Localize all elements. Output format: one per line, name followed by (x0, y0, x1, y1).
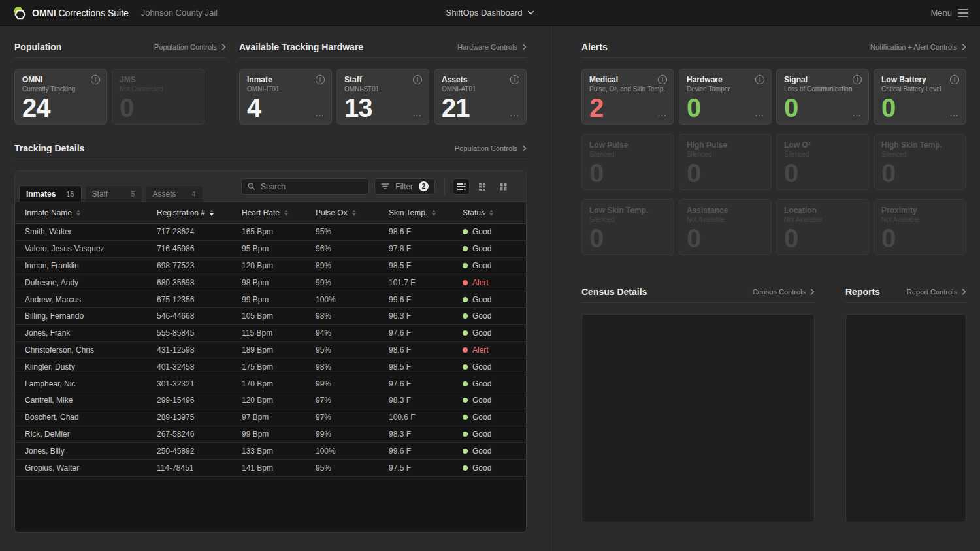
info-icon[interactable] (91, 75, 100, 84)
alert-card[interactable]: Assistance Not Available 0 (679, 199, 772, 255)
cell-heart-rate: 170 Bpm (242, 379, 316, 388)
column-header[interactable]: Skin Temp. (389, 208, 463, 217)
grid-medium-view-button[interactable] (474, 178, 491, 195)
alert-card[interactable]: Signal Loss of Communication 0 (776, 69, 869, 125)
hardware-controls-link[interactable]: Hardware Controls (457, 43, 527, 51)
more-options-icon[interactable] (755, 112, 764, 119)
cell-heart-rate: 99 Bpm (242, 295, 316, 304)
population-card[interactable]: OMNI Currently Tracking 24 (14, 69, 107, 125)
table-row[interactable]: Rick, DeMier 267-58246 99 Bpm 99% 98.3 F… (15, 426, 526, 443)
table-row[interactable]: Andrew, Marcus 675-12356 99 Bpm 100% 99.… (15, 291, 526, 308)
filter-label: Filter (395, 182, 413, 191)
alert-card[interactable]: High Skin Temp. Silenced 0 (874, 134, 966, 190)
alert-card[interactable]: High Pulse Silenced 0 (679, 134, 772, 190)
column-header[interactable]: Pulse Ox (316, 208, 389, 217)
table-row[interactable]: Klingler, Dusty 401-32458 175 Bpm 98% 98… (15, 358, 526, 375)
column-label: Heart Rate (242, 208, 280, 217)
more-options-icon[interactable] (316, 112, 325, 119)
alert-card[interactable]: Location Not Available 0 (776, 199, 869, 255)
info-icon[interactable] (755, 75, 764, 84)
column-header[interactable]: Inmate Name (25, 208, 157, 217)
census-section: Census Details Census Controls (581, 287, 815, 522)
left-column: Population Population Controls OMNI Curr… (0, 26, 553, 551)
table-row[interactable]: Valero, Jesus-Vasquez 716-45986 95 Bpm 9… (15, 241, 526, 258)
tracking-tab[interactable]: Staff 5 (85, 185, 142, 202)
cell-status: Good (463, 295, 526, 304)
cell-pulse-ox: 99% (316, 379, 389, 388)
dashboard-selector[interactable]: ShiftOps Dashboard (446, 8, 534, 18)
hardware-card[interactable]: Inmate OMNI-IT01 4 (239, 69, 332, 125)
alert-card[interactable]: Low Battery Critical Battery Level 0 (874, 69, 966, 125)
column-header[interactable]: Status (463, 208, 526, 217)
hardware-card[interactable]: Assets OMNI-AT01 21 (434, 69, 527, 125)
status-dot (463, 246, 468, 251)
column-label: Inmate Name (25, 208, 72, 217)
table-row[interactable]: Christoferson, Chris 431-12598 189 Bpm 9… (15, 342, 526, 359)
card-subtitle: Silenced (589, 151, 666, 158)
more-options-icon[interactable] (950, 112, 959, 119)
population-controls-link[interactable]: Population Controls (154, 43, 226, 51)
alert-card[interactable]: Medical Pulse, O², and Skin Temp. 2 (581, 69, 674, 125)
cell-registration: 114-78451 (157, 464, 242, 473)
population-card[interactable]: JMS Not Connected 0 (112, 69, 204, 125)
table-row[interactable]: Gropius, Walter 114-78451 141 Bpm 95% 97… (15, 460, 526, 477)
filter-button[interactable]: Filter 2 (374, 178, 435, 195)
alert-card[interactable]: Low Pulse Silenced 0 (581, 134, 674, 190)
alerts-controls-link[interactable]: Notification + Alert Controls (870, 43, 966, 51)
alert-card[interactable]: Hardware Device Tamper 0 (679, 69, 772, 125)
table-row[interactable]: Cantrell, Mike 299-15496 120 Bpm 97% 98.… (15, 392, 526, 409)
more-options-icon[interactable] (510, 112, 519, 119)
cell-status: Good (463, 447, 526, 456)
tracking-tab[interactable]: Inmates 15 (19, 185, 82, 202)
card-title: Assets (442, 75, 519, 84)
search-input[interactable] (261, 182, 363, 191)
menu-button[interactable]: Menu (930, 8, 968, 18)
list-view-button[interactable] (453, 178, 470, 195)
status-label: Good (472, 413, 491, 422)
cell-skin-temp: 98.3 F (389, 430, 463, 439)
table-row[interactable]: Inman, Franklin 698-77523 120 Bpm 89% 98… (15, 258, 526, 275)
card-title: JMS (120, 75, 197, 84)
cell-registration: 299-15496 (157, 396, 242, 405)
info-icon[interactable] (413, 75, 422, 84)
table-row[interactable]: Jones, Billy 250-45892 133 Bpm 100% 99.6… (15, 443, 526, 460)
card-value: 0 (784, 95, 798, 121)
column-header[interactable]: Heart Rate (242, 208, 316, 217)
alert-card[interactable]: Low O² Silenced 0 (776, 134, 869, 190)
cell-status: Good (463, 244, 526, 253)
info-icon[interactable] (658, 75, 667, 84)
reports-controls-link[interactable]: Report Controls (907, 288, 966, 296)
hardware-card[interactable]: Staff OMNI-ST01 13 (336, 69, 429, 125)
table-row[interactable]: Jones, Frank 555-85845 115 Bpm 94% 97.6 … (15, 325, 526, 342)
cell-status: Good (463, 311, 526, 321)
status-dot (463, 415, 468, 420)
grid-large-view-button[interactable] (495, 178, 512, 195)
cell-pulse-ox: 100% (316, 295, 389, 304)
info-icon[interactable] (316, 75, 325, 84)
info-icon[interactable] (950, 75, 959, 84)
chevron-right-icon (522, 145, 527, 151)
tracking-controls-link[interactable]: Population Controls (455, 144, 527, 152)
table-row[interactable]: Dufresne, Andy 680-35698 98 Bpm 99% 101.… (15, 274, 526, 291)
cell-skin-temp: 99.6 F (389, 295, 463, 304)
table-row[interactable]: Lamphear, Nic 301-32321 170 Bpm 99% 97.6… (15, 375, 526, 392)
cell-skin-temp: 100.6 F (389, 413, 463, 422)
table-row[interactable]: Smith, Walter 717-28624 165 Bpm 95% 98.6… (15, 224, 526, 241)
alert-card[interactable]: Low Skin Temp. Silenced 0 (581, 199, 674, 255)
table-row[interactable]: Billing, Fernando 546-44668 105 Bpm 98% … (15, 308, 526, 325)
more-options-icon[interactable] (413, 112, 422, 119)
info-icon[interactable] (510, 75, 519, 84)
alert-card[interactable]: Proximity Not Available 0 (874, 199, 966, 255)
table-row[interactable]: Boschert, Chad 289-13975 97 Bpm 97% 100.… (15, 409, 526, 426)
cell-heart-rate: 133 Bpm (242, 447, 316, 456)
tracking-tab[interactable]: Assets 4 (146, 185, 203, 202)
tab-label: Assets (153, 189, 176, 198)
info-icon[interactable] (853, 75, 862, 84)
card-subtitle: OMNI-ST01 (344, 86, 421, 93)
chevron-right-icon (962, 44, 966, 50)
column-header[interactable]: Registration # (157, 208, 242, 217)
cell-skin-temp: 98.6 F (389, 227, 463, 236)
more-options-icon[interactable] (658, 112, 667, 119)
more-options-icon[interactable] (853, 112, 862, 119)
census-controls-link[interactable]: Census Controls (753, 288, 815, 296)
